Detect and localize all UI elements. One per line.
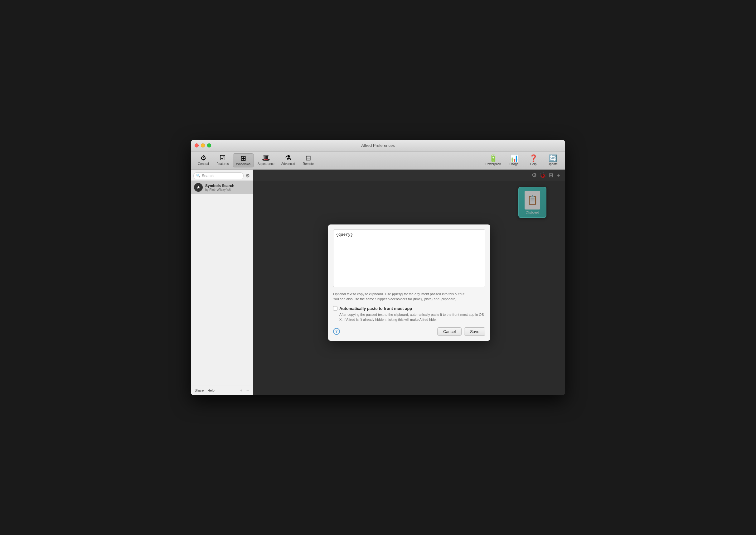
save-button[interactable]: Save bbox=[464, 327, 485, 336]
toolbar-item-features[interactable]: ☑ Features bbox=[213, 154, 232, 167]
help-footer-button[interactable]: Help bbox=[206, 388, 216, 393]
features-label: Features bbox=[217, 162, 229, 166]
remote-icon: ⊟ bbox=[305, 155, 311, 161]
workflows-icon: ⊞ bbox=[241, 155, 246, 162]
toolbar-item-help[interactable]: ❓ Help bbox=[524, 154, 543, 167]
dialog-help-button[interactable]: ? bbox=[333, 328, 340, 335]
sidebar-footer: Share Help + − bbox=[191, 385, 253, 395]
item-author: by Piotr Wilczyński bbox=[205, 188, 234, 191]
features-icon: ☑ bbox=[219, 155, 226, 161]
dialog-hint: Optional text to copy to clipboard. Use … bbox=[333, 292, 485, 302]
sidebar-search-area: 🔍 ⚙ bbox=[191, 170, 253, 181]
workflows-label: Workflows bbox=[236, 162, 250, 166]
toolbar-item-general[interactable]: ⚙ General bbox=[194, 154, 213, 167]
window-controls bbox=[195, 143, 211, 148]
sidebar-item-symbols-search[interactable]: ★ Symbols Search by Piotr Wilczyński bbox=[191, 181, 253, 194]
clipboard-dialog: Optional text to copy to clipboard. Use … bbox=[328, 224, 490, 341]
remote-label: Remote bbox=[303, 162, 314, 166]
usage-icon: 📊 bbox=[510, 155, 518, 162]
hint-line2: You can also use the same Snippet placeh… bbox=[333, 297, 456, 301]
close-button[interactable] bbox=[195, 143, 199, 148]
remove-workflow-button[interactable]: − bbox=[245, 387, 250, 393]
toolbar-left: ⚙ General ☑ Features ⊞ Workflows 🎩 Appea… bbox=[194, 154, 481, 167]
titlebar: Alfred Preferences bbox=[191, 140, 565, 152]
clipboard-textarea[interactable] bbox=[333, 230, 485, 287]
auto-paste-checkbox[interactable] bbox=[333, 306, 337, 311]
advanced-icon: ⚗ bbox=[285, 155, 291, 161]
minimize-button[interactable] bbox=[201, 143, 205, 148]
general-label: General bbox=[198, 162, 209, 166]
appearance-label: Appearance bbox=[258, 162, 275, 166]
item-text-symbols-search: Symbols Search by Piotr Wilczyński bbox=[205, 183, 234, 191]
powerpack-label: Powerpack bbox=[485, 162, 501, 166]
auto-paste-label: Automatically paste to front most app bbox=[339, 306, 412, 311]
toolbar-item-workflows[interactable]: ⊞ Workflows bbox=[233, 154, 254, 167]
toolbar-item-update[interactable]: 🔄 Update bbox=[543, 154, 562, 167]
add-workflow-button[interactable]: + bbox=[238, 387, 244, 393]
usage-label: Usage bbox=[509, 162, 519, 166]
toolbar-item-powerpack[interactable]: 🔋 Powerpack bbox=[482, 154, 504, 167]
share-button[interactable]: Share bbox=[193, 388, 205, 393]
window-title: Alfred Preferences bbox=[361, 143, 395, 148]
general-icon: ⚙ bbox=[200, 155, 206, 161]
main-content: 🔍 ⚙ ★ Symbols Search by Piotr Wilczyński bbox=[191, 170, 565, 395]
dialog-footer: ? Cancel Save bbox=[333, 327, 485, 336]
update-label: Update bbox=[548, 162, 558, 166]
star-icon: ★ bbox=[196, 185, 201, 190]
help-icon: ❓ bbox=[529, 155, 538, 162]
sidebar: 🔍 ⚙ ★ Symbols Search by Piotr Wilczyński bbox=[191, 170, 253, 395]
checkbox-row: Automatically paste to front most app bbox=[333, 306, 485, 311]
search-icon: 🔍 bbox=[196, 174, 201, 178]
help-label: Help bbox=[530, 162, 537, 166]
appearance-icon: 🎩 bbox=[262, 155, 270, 161]
search-input-wrap[interactable]: 🔍 bbox=[193, 172, 244, 179]
hint-line1: Optional text to copy to clipboard. Use … bbox=[333, 292, 465, 296]
maximize-button[interactable] bbox=[207, 143, 211, 148]
checkbox-description: After copying the passed text to the cli… bbox=[339, 312, 485, 323]
sidebar-list: ★ Symbols Search by Piotr Wilczyński bbox=[191, 181, 253, 385]
search-input[interactable] bbox=[202, 174, 241, 178]
toolbar-right: 🔋 Powerpack 📊 Usage ❓ Help 🔄 Update bbox=[482, 154, 562, 167]
update-icon: 🔄 bbox=[549, 155, 557, 162]
sidebar-gear-button[interactable]: ⚙ bbox=[245, 172, 250, 179]
advanced-label: Advanced bbox=[281, 162, 295, 166]
workflow-canvas: ⚙ 🐞 ⊞ ＋ 📋 Clipboard Optional text to cop… bbox=[253, 170, 565, 395]
powerpack-icon: 🔋 bbox=[489, 155, 497, 162]
toolbar-item-remote[interactable]: ⊟ Remote bbox=[299, 154, 317, 167]
modal-overlay: Optional text to copy to clipboard. Use … bbox=[253, 170, 565, 395]
cancel-button[interactable]: Cancel bbox=[437, 327, 462, 336]
toolbar-item-advanced[interactable]: ⚗ Advanced bbox=[278, 154, 298, 167]
toolbar-item-usage[interactable]: 📊 Usage bbox=[505, 154, 523, 167]
toolbar: ⚙ General ☑ Features ⊞ Workflows 🎩 Appea… bbox=[191, 152, 565, 170]
toolbar-item-appearance[interactable]: 🎩 Appearance bbox=[254, 154, 277, 167]
dialog-buttons: Cancel Save bbox=[437, 327, 485, 336]
item-icon-symbols-search: ★ bbox=[194, 183, 203, 192]
item-name: Symbols Search bbox=[205, 183, 234, 188]
main-window: Alfred Preferences ⚙ General ☑ Features … bbox=[191, 140, 565, 395]
